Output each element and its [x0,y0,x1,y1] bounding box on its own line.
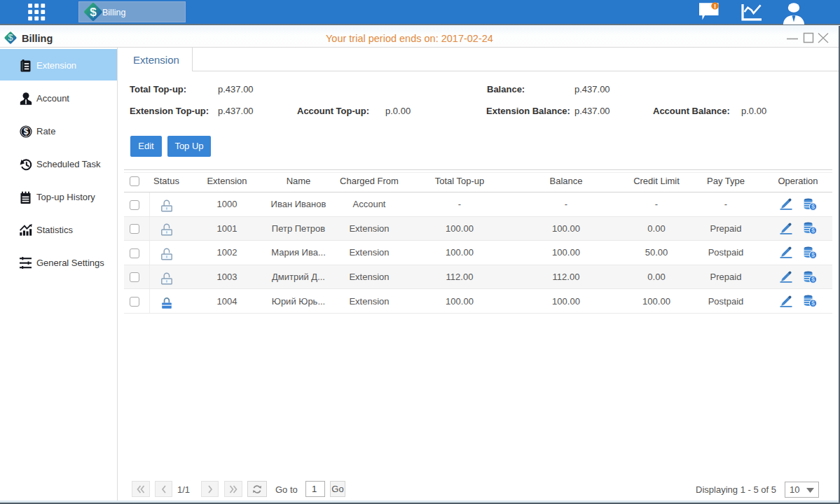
svg-text:$: $ [811,251,815,258]
svg-text:$: $ [8,33,13,43]
svg-text:$: $ [90,6,97,19]
svg-text:$: $ [811,203,815,210]
svg-text:$: $ [811,300,815,307]
svg-text:$: $ [24,127,29,136]
svg-text:$: $ [811,227,815,234]
svg-text:!: ! [714,2,716,10]
svg-text:$: $ [811,276,815,283]
